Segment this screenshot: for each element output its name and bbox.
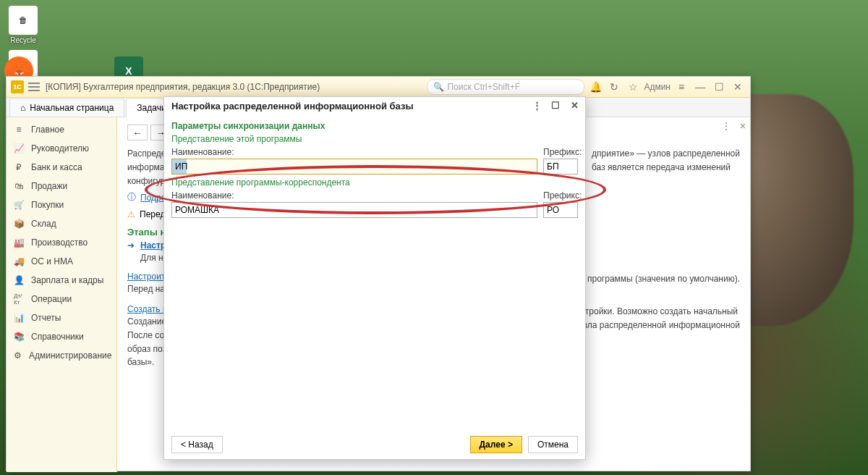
sidebar-item-manager[interactable]: 📈Руководителю: [7, 139, 116, 158]
this-prefix-input[interactable]: [543, 159, 578, 175]
maximize-button[interactable]: ☐: [711, 79, 727, 95]
nav-back-button[interactable]: ←: [127, 125, 148, 140]
sidebar-item-assets[interactable]: 🚚ОС и НМА: [7, 252, 116, 271]
dialog-close-icon[interactable]: ✕: [568, 100, 581, 111]
sidebar-item-admin[interactable]: ⚙Администрирование: [7, 346, 116, 365]
books-icon: 📚: [14, 332, 24, 342]
para-text: дприятие» — узлов распределенной: [592, 148, 740, 160]
dialog-menu-icon[interactable]: ⋮: [530, 100, 543, 111]
bars-icon: 📊: [14, 313, 24, 323]
corr-name-input[interactable]: [171, 202, 537, 218]
sidebar-item-warehouse[interactable]: 📦Склад: [7, 214, 116, 233]
ruble-icon: ₽: [14, 162, 24, 172]
user-label[interactable]: Админ: [644, 79, 671, 95]
prefix-label2: Префикс:: [543, 190, 578, 201]
app-title: [КОПИЯ] Бухгалтерия предприятия, редакци…: [46, 82, 320, 92]
desktop-icon-recycle[interactable]: 🗑 Recycle: [6, 6, 41, 44]
sidebar-item-bank[interactable]: ₽Банк и касса: [7, 158, 116, 177]
dialog-subheading1: Представление этой программы: [171, 134, 578, 144]
gear-icon: ⚙: [14, 350, 22, 361]
close-button[interactable]: ✕: [730, 79, 746, 95]
burger-menu-icon[interactable]: [28, 83, 40, 91]
bag-icon: 🛍: [14, 181, 24, 191]
sidebar: ≡Главное 📈Руководителю ₽Банк и касса 🛍Пр…: [7, 117, 117, 472]
tab-home[interactable]: ⌂ Начальная страница: [9, 98, 124, 117]
info-icon: ⓘ: [127, 191, 136, 203]
list-icon: ≡: [14, 125, 24, 135]
cancel-button[interactable]: Отмена: [528, 436, 578, 453]
subwindow-close-icon[interactable]: ×: [740, 120, 746, 132]
history-icon[interactable]: ↻: [606, 79, 622, 95]
subwindow-menu-icon[interactable]: ⋮: [721, 120, 731, 132]
dialog-section-heading: Параметры синхронизации данных: [171, 121, 578, 131]
step-arrow-icon: ➜: [127, 240, 135, 251]
dialog-title: Настройка распределенной информационной …: [171, 101, 414, 112]
sidebar-item-salary[interactable]: 👤Зарплата и кадры: [7, 271, 116, 290]
chart-icon: 📈: [14, 143, 24, 154]
bell-icon[interactable]: 🔔: [587, 79, 603, 95]
box-icon: 📦: [14, 219, 24, 229]
truck-icon: 🚚: [14, 256, 24, 266]
name-label2: Наименование:: [171, 190, 537, 201]
cart-icon: 🛒: [14, 200, 24, 210]
sidebar-item-sales[interactable]: 🛍Продажи: [7, 177, 116, 196]
home-icon: ⌂: [20, 103, 25, 113]
settings-bars-icon[interactable]: ≡: [673, 79, 689, 95]
sidebar-item-main[interactable]: ≡Главное: [7, 120, 116, 139]
para-text: баз является передача изменений: [592, 161, 740, 174]
star-icon[interactable]: ☆: [625, 79, 641, 95]
next-button[interactable]: Далее >: [470, 436, 522, 453]
app-logo: 1C: [11, 80, 24, 93]
person-icon: 👤: [14, 275, 24, 285]
desktop-icon-label: Recycle: [6, 36, 41, 44]
minimize-button[interactable]: —: [692, 79, 708, 95]
dtkt-icon: Дт/Кт: [14, 294, 24, 304]
sidebar-item-purchases[interactable]: 🛒Покупки: [7, 196, 116, 214]
search-icon: 🔍: [433, 82, 444, 92]
dialog-maximize-icon[interactable]: ☐: [549, 100, 562, 111]
prefix-label: Префикс:: [543, 147, 578, 157]
wizard-dialog: Настройка распределенной информационной …: [163, 96, 586, 460]
sidebar-item-operations[interactable]: Дт/КтОперации: [7, 290, 116, 308]
factory-icon: 🏭: [14, 238, 24, 248]
warning-icon: ⚠: [127, 209, 135, 219]
name-label: Наименование:: [171, 147, 537, 157]
this-name-input[interactable]: [171, 159, 537, 175]
recycle-icon: 🗑: [9, 6, 38, 35]
sidebar-item-catalogs[interactable]: 📚Справочники: [7, 327, 116, 346]
sidebar-item-reports[interactable]: 📊Отчеты: [7, 308, 116, 327]
dialog-subheading2: Представление программы-корреспондента: [171, 177, 578, 188]
step2-desc-right: й программы (значения по умолчанию).: [580, 273, 740, 295]
search-input[interactable]: 🔍 Поиск Ctrl+Shift+F: [427, 79, 584, 95]
sidebar-item-production[interactable]: 🏭Производство: [7, 233, 116, 252]
app-header: 1C [КОПИЯ] Бухгалтерия предприятия, реда…: [7, 77, 750, 98]
corr-prefix-input[interactable]: [543, 202, 578, 218]
back-button[interactable]: < Назад: [171, 436, 223, 453]
